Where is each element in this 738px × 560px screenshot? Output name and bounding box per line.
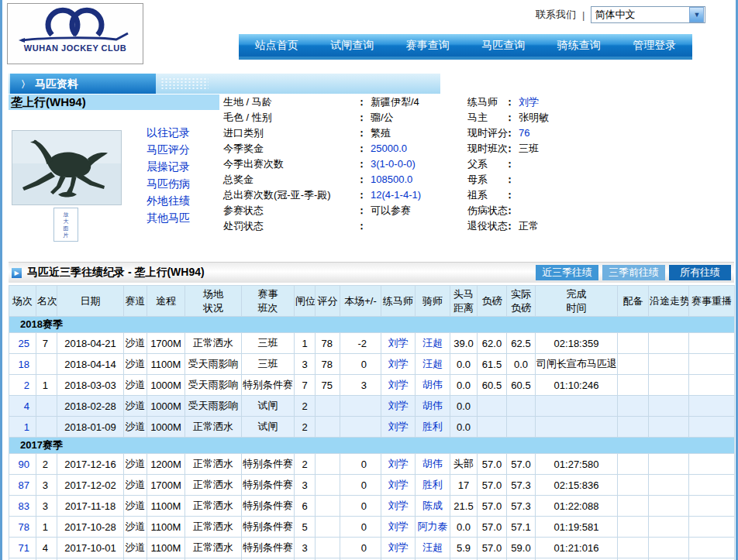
recent-three-seasons-button[interactable]: 近三季往绩 bbox=[536, 265, 598, 280]
photo-enlarge-thumbnail[interactable]: 放大图片 bbox=[53, 208, 78, 242]
colon: ： bbox=[505, 143, 515, 154]
trainer-link[interactable]: 刘学 bbox=[388, 358, 409, 369]
nav-item[interactable]: 赛事查询 bbox=[390, 39, 466, 53]
table-cell bbox=[618, 454, 649, 475]
table-cell: 57.0 bbox=[478, 475, 507, 496]
jockey-link[interactable]: 汪超 bbox=[422, 337, 443, 349]
colon: ： bbox=[505, 158, 515, 170]
table-cell: 2018-04-14 bbox=[57, 354, 124, 375]
table-cell: 1200M bbox=[147, 454, 185, 475]
table-cell: 0 bbox=[340, 454, 381, 475]
detail-value[interactable]: 刘学 bbox=[519, 96, 539, 108]
colon: ： bbox=[505, 204, 515, 216]
sidebar-link[interactable]: 其他马匹 bbox=[147, 209, 190, 226]
race-number-link[interactable]: 25 bbox=[19, 338, 29, 349]
race-number-link[interactable]: 87 bbox=[19, 479, 29, 491]
detail-value: 3(1-0-0-0) bbox=[371, 158, 416, 170]
table-cell: 3 bbox=[340, 375, 381, 396]
table-row: 7142017-10-01沙道1100M正常洒水特别条件赛30刘学汪超5.957… bbox=[9, 538, 735, 558]
table-cell: 正常洒水 bbox=[185, 333, 242, 354]
detail-value: 骝/公 bbox=[371, 112, 394, 123]
table-cell: 沙道 bbox=[124, 496, 147, 517]
nav-item[interactable]: 管理登录 bbox=[617, 39, 693, 53]
section-title: 马匹资料 bbox=[35, 77, 78, 90]
detail-value: 正常 bbox=[519, 220, 539, 232]
colon: ： bbox=[357, 127, 367, 139]
chevron-down-icon[interactable]: ▼ bbox=[689, 7, 704, 22]
column-header: 日期 bbox=[57, 286, 124, 317]
trainer-link[interactable]: 刘学 bbox=[388, 541, 409, 553]
race-number-link[interactable]: 1 bbox=[24, 421, 29, 433]
table-cell: -2 bbox=[340, 333, 381, 354]
trainer-link[interactable]: 刘学 bbox=[388, 337, 409, 349]
before-three-seasons-button[interactable]: 三季前往绩 bbox=[602, 265, 665, 280]
trainer-link[interactable]: 刘学 bbox=[388, 500, 409, 511]
table-cell: 特别条件赛 bbox=[242, 538, 295, 558]
jockey-link[interactable]: 胜利 bbox=[422, 479, 443, 490]
detail-row: 生地 / 马龄：新疆伊犁/4 bbox=[223, 94, 479, 110]
records-filter-buttons: 近三季往绩 三季前往绩 所有往绩 bbox=[536, 265, 731, 280]
trainer-link[interactable]: 刘学 bbox=[388, 379, 409, 390]
nav-item[interactable]: 马匹查询 bbox=[466, 39, 542, 53]
table-cell: 57.0 bbox=[478, 517, 507, 538]
nav-item[interactable]: 骑练查询 bbox=[541, 39, 617, 53]
jockey-link[interactable]: 胡伟 bbox=[422, 400, 443, 411]
jockey-link[interactable]: 陈成 bbox=[422, 500, 443, 511]
race-number-link[interactable]: 4 bbox=[24, 400, 29, 412]
trainer-link[interactable]: 刘学 bbox=[388, 520, 409, 532]
table-cell: 0 bbox=[340, 538, 381, 558]
table-cell: 沙道 bbox=[124, 538, 147, 558]
sidebar-link[interactable]: 以往记录 bbox=[147, 124, 190, 141]
race-number-link[interactable]: 18 bbox=[19, 359, 29, 370]
trainer-link[interactable]: 刘学 bbox=[388, 458, 409, 469]
nav-item[interactable]: 试闸查询 bbox=[315, 39, 391, 53]
table-cell: 3 bbox=[36, 496, 57, 517]
table-cell: 正常洒水 bbox=[185, 417, 242, 438]
detail-label: 祖系 bbox=[467, 187, 505, 203]
table-row: 9022017-12-16沙道1200M正常洒水特别条件赛20刘学胡伟头部57.… bbox=[9, 454, 735, 475]
race-number-link[interactable]: 83 bbox=[19, 500, 29, 512]
table-cell: 39.0 bbox=[450, 333, 478, 354]
column-header: 评分 bbox=[316, 286, 340, 317]
language-select[interactable]: 简体中文 ▼ bbox=[591, 6, 705, 23]
sidebar-link[interactable]: 晨操记录 bbox=[147, 158, 190, 175]
sidebar-link[interactable]: 外地往绩 bbox=[147, 192, 190, 209]
trainer-link[interactable]: 刘学 bbox=[388, 479, 409, 490]
table-cell: 司闸长宣布马匹退出 bbox=[536, 354, 618, 375]
table-cell: 57.0 bbox=[478, 454, 507, 475]
trainer-link[interactable]: 刘学 bbox=[388, 400, 409, 411]
race-number-link[interactable]: 90 bbox=[19, 459, 29, 470]
table-cell: 受天雨影响 bbox=[185, 396, 242, 417]
detail-label: 母系 bbox=[467, 172, 505, 187]
race-number-link[interactable]: 71 bbox=[19, 542, 29, 554]
detail-row: 练马师：刘学 bbox=[467, 94, 734, 110]
table-cell bbox=[618, 396, 649, 417]
records-section: ▶ 马匹近三季往绩纪录 - 垄上行(WH94) 近三季往绩 三季前往绩 所有往绩… bbox=[9, 262, 734, 560]
trainer-link[interactable]: 刘学 bbox=[388, 421, 409, 432]
jockey-link[interactable]: 胡伟 bbox=[422, 458, 443, 469]
jockey-link[interactable]: 阿力泰 bbox=[418, 520, 448, 532]
table-cell: 57.3 bbox=[507, 496, 536, 517]
detail-row: 马主：张明敏 bbox=[467, 110, 734, 125]
table-cell: 沙道 bbox=[124, 375, 147, 396]
table-cell: 沙道 bbox=[124, 333, 147, 354]
nav-item[interactable]: 站点首页 bbox=[239, 39, 315, 53]
jockey-link[interactable]: 胜利 bbox=[422, 421, 443, 432]
race-number-link[interactable]: 78 bbox=[19, 521, 29, 533]
all-records-button[interactable]: 所有往绩 bbox=[669, 265, 731, 280]
jockey-link[interactable]: 胡伟 bbox=[422, 379, 443, 390]
sidebar-link[interactable]: 马匹伤病 bbox=[147, 175, 190, 192]
table-cell bbox=[340, 396, 381, 417]
table-cell: 三班 bbox=[242, 333, 295, 354]
table-cell: 2017-11-18 bbox=[57, 496, 124, 517]
divider: | bbox=[582, 9, 585, 21]
table-cell: 59.0 bbox=[507, 538, 536, 558]
jockey-link[interactable]: 汪超 bbox=[422, 541, 443, 553]
race-number-link[interactable]: 2 bbox=[24, 380, 29, 391]
table-cell: 正常洒水 bbox=[185, 475, 242, 496]
table-cell bbox=[689, 354, 735, 375]
contact-us-link[interactable]: 联系我们 bbox=[536, 8, 576, 22]
sidebar-link[interactable]: 马匹评分 bbox=[147, 141, 190, 158]
jockey-link[interactable]: 汪超 bbox=[422, 358, 443, 369]
table-cell: 特别条件赛 bbox=[242, 375, 295, 396]
